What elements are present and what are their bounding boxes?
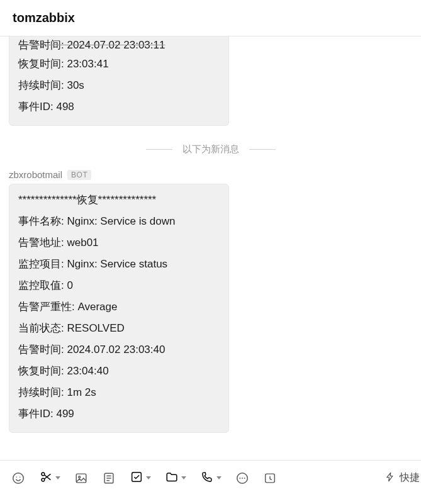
divider-label: 以下为新消息 <box>182 143 239 155</box>
checkbox-icon <box>130 470 143 486</box>
chevron-down-icon <box>216 476 222 479</box>
task-button[interactable] <box>130 470 151 486</box>
svg-point-0 <box>13 473 24 483</box>
screenshot-button[interactable] <box>39 470 60 486</box>
chat-title: tomzabbix <box>13 11 75 25</box>
svg-point-8 <box>79 476 81 478</box>
new-message-divider: 以下为新消息 <box>9 143 412 155</box>
svg-point-16 <box>242 478 243 479</box>
message-line: 事件ID: 499 <box>18 403 220 425</box>
divider-line <box>146 149 172 150</box>
emoji-button[interactable] <box>11 471 25 485</box>
lightning-icon <box>385 471 396 485</box>
scissors-icon <box>39 470 53 486</box>
message-bubble-partial: 告警时间: 2024.07.02 23:03:11 恢复时间: 23:03:41… <box>9 36 229 126</box>
divider-line <box>249 149 276 150</box>
history-icon <box>263 471 277 485</box>
message-banner: **************恢复************** <box>18 189 220 211</box>
message-bubble: **************恢复************** 事件名称: Ngi… <box>9 184 229 433</box>
message-sender: zbxrobotmail BOT <box>9 169 412 180</box>
message-line: 监控项目: Nginx: Service status <box>18 254 220 275</box>
image-icon <box>74 471 88 485</box>
input-toolbar: 快捷 <box>0 460 421 495</box>
svg-point-4 <box>42 478 45 481</box>
folder-icon <box>165 470 179 486</box>
svg-point-3 <box>42 473 45 476</box>
svg-point-15 <box>239 478 240 479</box>
svg-point-2 <box>20 476 20 477</box>
folder-button[interactable] <box>165 470 186 486</box>
svg-rect-13 <box>132 472 142 481</box>
chat-messages-area[interactable]: 告警时间: 2024.07.02 23:03:11 恢复时间: 23:03:41… <box>0 36 421 460</box>
message-line: 告警地址: web01 <box>18 232 220 254</box>
message-line: 监控取值: 0 <box>18 275 220 296</box>
message-input-area[interactable] <box>0 495 421 504</box>
svg-point-1 <box>16 476 17 477</box>
message-line: 当前状态: RESOLVED <box>18 318 220 339</box>
chat-header: tomzabbix <box>0 0 421 36</box>
quick-send-label: 快捷 <box>400 471 420 484</box>
note-button[interactable] <box>102 471 116 485</box>
message-line: 持续时间: 30s <box>18 75 220 96</box>
svg-line-5 <box>44 474 50 479</box>
message-line: 恢复时间: 23:03:41 <box>18 53 220 75</box>
message-line-cut: 告警时间: 2024.07.02 23:03:11 <box>18 36 220 53</box>
phone-icon <box>200 470 214 486</box>
chevron-down-icon <box>55 476 60 479</box>
bot-badge: BOT <box>67 170 91 180</box>
message-line: 事件名称: Nginx: Service is down <box>18 211 220 232</box>
sender-name: zbxrobotmail <box>9 169 62 180</box>
message-line: 恢复时间: 23:04:40 <box>18 361 220 382</box>
emoji-icon <box>11 471 25 485</box>
message-line: 告警严重性: Average <box>18 296 220 318</box>
history-button[interactable] <box>263 471 277 485</box>
quick-send-button[interactable]: 快捷 <box>385 471 420 485</box>
svg-point-17 <box>244 478 245 479</box>
message-line: 持续时间: 1m 2s <box>18 382 220 403</box>
call-button[interactable] <box>200 470 222 486</box>
image-button[interactable] <box>74 471 88 485</box>
message-line: 事件ID: 498 <box>18 96 220 118</box>
message-line: 告警时间: 2024.07.02 23:03:40 <box>18 339 220 361</box>
chevron-down-icon <box>146 476 151 479</box>
svg-line-6 <box>44 474 50 479</box>
svg-rect-7 <box>76 474 86 483</box>
note-icon <box>102 471 116 485</box>
chevron-down-icon <box>181 476 186 479</box>
more-icon <box>235 471 249 485</box>
more-button[interactable] <box>235 471 249 485</box>
